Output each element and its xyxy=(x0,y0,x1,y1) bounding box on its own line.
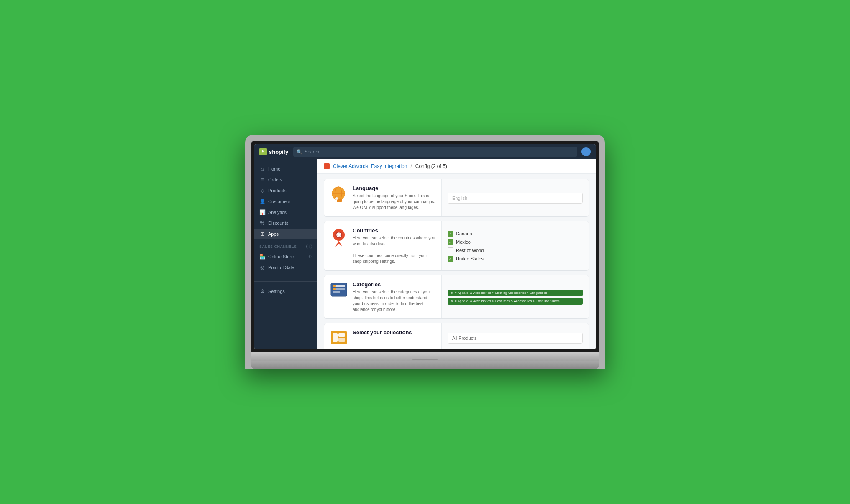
category-tag-2: × × Apparel & Accessories > Costumes & A… xyxy=(448,298,583,305)
trackpad-notch xyxy=(412,359,438,360)
collections-value: All Products xyxy=(452,336,477,341)
svg-rect-17 xyxy=(333,285,336,287)
categories-title: Categories xyxy=(353,281,435,288)
sidebar-item-discounts[interactable]: % Discounts xyxy=(254,218,317,229)
sidebar-item-pos[interactable]: ◎ Point of Sale xyxy=(254,262,317,273)
categories-desc: Here you can select the categories of yo… xyxy=(353,289,435,313)
collections-title: Select your collections xyxy=(353,329,435,336)
categories-icon-area xyxy=(330,281,348,299)
settings-icon: ⚙ xyxy=(259,288,265,294)
map-pin-icon xyxy=(331,228,346,247)
breadcrumb-current: Config (2 of 5) xyxy=(415,163,447,169)
categories-right: × × Apparel & Accessories > Clothing Acc… xyxy=(441,275,589,318)
category-tag-1: × × Apparel & Accessories > Clothing Acc… xyxy=(448,290,583,296)
sidebar-item-online-store[interactable]: 🏪 Online Store 👁 xyxy=(254,251,317,262)
svg-point-6 xyxy=(335,197,338,200)
svg-point-12 xyxy=(338,234,340,236)
categories-left: Categories Here you can select the categ… xyxy=(324,275,441,318)
sidebar: ⌂ Home ≡ Orders ◇ Products 👤 Customers xyxy=(254,159,317,349)
countries-title: Countries xyxy=(353,227,435,234)
sidebar-item-label: Analytics xyxy=(268,210,287,215)
language-right: English xyxy=(441,179,589,216)
laptop-base xyxy=(251,361,599,369)
sales-channels-label: SALES CHANNELS + xyxy=(254,239,317,251)
breadcrumb: Clever Adwords, Easy Integration / Confi… xyxy=(317,159,596,174)
main-content: ⌂ Home ≡ Orders ◇ Products 👤 Customers xyxy=(254,159,596,349)
categories-icon xyxy=(330,282,348,297)
sidebar-item-analytics[interactable]: 📊 Analytics xyxy=(254,207,317,218)
tag-close-1[interactable]: × xyxy=(451,291,453,295)
tag-close-2[interactable]: × xyxy=(451,299,453,303)
country-mexico: ✓ Mexico xyxy=(448,239,583,245)
search-placeholder: Search xyxy=(305,149,319,154)
pos-icon: ◎ xyxy=(259,265,265,270)
sidebar-item-apps[interactable]: ⊞ Apps xyxy=(254,229,317,239)
shopify-logo-icon: S xyxy=(259,148,267,155)
search-icon: 🔍 xyxy=(297,149,302,155)
language-desc: Select the language of your Store. This … xyxy=(353,193,435,211)
sidebar-item-products[interactable]: ◇ Products xyxy=(254,185,317,196)
us-checkbox[interactable]: ✓ xyxy=(448,256,453,262)
collections-section: Select your collections All Products xyxy=(324,323,589,349)
canada-checkbox[interactable]: ✓ xyxy=(448,231,453,237)
content-area: Clever Adwords, Easy Integration / Confi… xyxy=(317,159,596,349)
sidebar-item-label: Online Store xyxy=(268,254,294,259)
sidebar-item-label: Settings xyxy=(268,289,285,294)
breadcrumb-app-name[interactable]: Clever Adwords, Easy Integration xyxy=(333,163,407,169)
add-channel-button[interactable]: + xyxy=(306,244,312,249)
countries-text: Countries Here you can select the countr… xyxy=(353,227,435,265)
shopify-logo-text: shopify xyxy=(269,149,288,155)
canada-label: Canada xyxy=(456,231,472,236)
products-icon: ◇ xyxy=(259,188,265,193)
shopify-header: S shopify 🔍 Search xyxy=(254,144,596,159)
sidebar-item-label: Products xyxy=(268,188,286,193)
config-sections: Language Select the language of your Sto… xyxy=(317,174,596,349)
mexico-checkbox[interactable]: ✓ xyxy=(448,239,453,245)
countries-icon-area xyxy=(330,227,348,245)
home-icon: ⌂ xyxy=(259,166,265,172)
svg-rect-21 xyxy=(338,333,345,337)
sidebar-item-label: Home xyxy=(268,166,280,171)
laptop-bottom xyxy=(251,352,599,361)
countries-desc: Here you can select the countries where … xyxy=(353,235,435,265)
analytics-icon: 📊 xyxy=(259,209,265,215)
language-title: Language xyxy=(353,185,435,191)
svg-rect-18 xyxy=(333,288,336,290)
collections-left: Select your collections xyxy=(324,323,441,349)
sidebar-item-label: Apps xyxy=(268,232,279,237)
apps-icon: ⊞ xyxy=(259,231,265,237)
collections-icon-area xyxy=(330,329,348,347)
screen: S shopify 🔍 Search ⌂ Home xyxy=(254,144,596,349)
tag-label-2: × Apparel & Accessories > Costumes & Acc… xyxy=(455,299,559,303)
online-store-icon: 🏪 xyxy=(259,254,265,260)
shopify-logo: S shopify xyxy=(259,148,288,155)
avatar xyxy=(581,147,591,156)
rest-of-world-checkbox[interactable] xyxy=(448,247,453,253)
svg-rect-20 xyxy=(333,333,338,342)
countries-checkbox-list: ✓ Canada ✓ Mexico Rest xyxy=(448,231,583,262)
collections-text: Select your collections xyxy=(353,329,435,347)
laptop-frame: S shopify 🔍 Search ⌂ Home xyxy=(245,135,605,369)
sidebar-item-orders[interactable]: ≡ Orders xyxy=(254,174,317,185)
collections-field[interactable]: All Products xyxy=(448,333,583,344)
sidebar-item-label: Point of Sale xyxy=(268,265,294,270)
svg-rect-16 xyxy=(333,291,340,293)
sidebar-item-settings[interactable]: ⚙ Settings xyxy=(254,286,317,297)
category-tags: × × Apparel & Accessories > Clothing Acc… xyxy=(448,290,583,305)
sidebar-item-label: Discounts xyxy=(268,221,288,226)
language-dropdown[interactable]: English xyxy=(448,193,583,204)
sidebar-item-home[interactable]: ⌂ Home xyxy=(254,163,317,174)
language-section: Language Select the language of your Sto… xyxy=(324,179,589,217)
sidebar-bottom: ⚙ Settings xyxy=(254,281,317,297)
countries-right: ✓ Canada ✓ Mexico Rest xyxy=(441,221,589,270)
us-label: United States xyxy=(456,256,484,261)
search-bar[interactable]: 🔍 Search xyxy=(293,147,577,157)
country-rest-of-world: Rest of World xyxy=(448,247,583,253)
globe-icon xyxy=(330,186,348,204)
sidebar-item-customers[interactable]: 👤 Customers xyxy=(254,196,317,207)
country-canada: ✓ Canada xyxy=(448,231,583,237)
countries-section: Countries Here you can select the countr… xyxy=(324,221,589,271)
app-icon xyxy=(324,163,330,169)
country-us: ✓ United States xyxy=(448,256,583,262)
sidebar-item-label: Orders xyxy=(268,177,282,182)
